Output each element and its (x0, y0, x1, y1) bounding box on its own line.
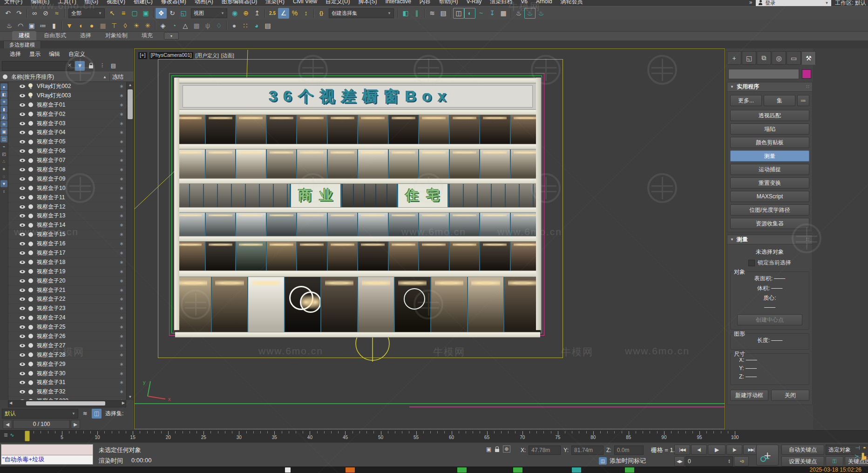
visibility-eye-icon[interactable] (20, 381, 25, 384)
frozen-toggle-icon[interactable]: ∗ (117, 305, 126, 311)
visibility-eye-icon[interactable] (20, 122, 25, 125)
bind-to-spacewarp-icon[interactable]: ≈ (51, 8, 62, 19)
horizontal-scrollbar[interactable]: ◀ ▶ (8, 400, 126, 407)
frozen-toggle-icon[interactable]: ∗ (117, 296, 126, 302)
table-row[interactable]: 视察盒子09∗ (8, 175, 126, 184)
taskbar-app-icon[interactable] (625, 467, 634, 473)
utility-button-测量[interactable]: 测量 (730, 150, 809, 162)
frame-range-indicator[interactable]: 0 / 100 (13, 420, 70, 429)
mirror-icon[interactable]: ◧ (400, 8, 411, 19)
visibility-eye-icon[interactable] (20, 344, 25, 347)
selection-lock-icon[interactable] (495, 449, 499, 452)
menu-文件F[interactable]: 文件(F) (0, 0, 27, 6)
scrollbar-thumb[interactable] (26, 401, 105, 405)
frame-spinner-icon[interactable]: ▲▼ (728, 459, 731, 464)
menu-涡轮会员[interactable]: 涡轮会员 (556, 0, 587, 6)
cage-helper-icon[interactable]: ▦ (97, 20, 108, 31)
visibility-eye-icon[interactable] (20, 94, 25, 97)
sun-light-icon[interactable]: ☀ (131, 20, 142, 31)
align-icon[interactable]: ∥ (411, 8, 422, 19)
menu-渲染归档[interactable]: 渲染归档 (486, 0, 516, 6)
viewport-camera-label[interactable]: [PhysCamera001] (149, 52, 193, 59)
viewport-label[interactable]: [+] [PhysCamera001] [用户定义] [边面] (138, 52, 234, 59)
named-selection-dropdown[interactable]: 创建选择集▼ (329, 8, 394, 18)
time-configuration-icon[interactable]: ◔⚙ (734, 456, 749, 466)
workspace-label[interactable]: 工作区: 默认 (835, 0, 866, 6)
explorer-column-header[interactable]: 名称(按升序排序) ▲ 冻结 (0, 72, 134, 82)
reference-coordinate-dropdown[interactable]: 视图▼ (191, 8, 227, 18)
visibility-eye-icon[interactable] (20, 177, 25, 181)
display-frozen-icon[interactable]: ∗ (0, 165, 7, 172)
utilities-tab[interactable]: ⚒ (801, 51, 816, 65)
schematic-view-icon[interactable]: ▦ (498, 8, 509, 19)
taskbar-app-icon[interactable] (457, 467, 467, 473)
display-cameras-icon[interactable]: ▮ (0, 106, 7, 113)
table-row[interactable]: 视察盒子07∗ (8, 156, 126, 165)
ribbon-overflow-dropdown[interactable]: ▼ (164, 32, 179, 40)
visibility-eye-icon[interactable] (20, 214, 25, 217)
arc-head-icon[interactable]: ◠ (15, 20, 26, 31)
name-column-header[interactable]: 名称(按升序排序) (11, 73, 103, 81)
menu-帮助H[interactable]: 帮助(H) (435, 0, 462, 6)
taskbar-app-icon[interactable] (572, 467, 581, 473)
visibility-eye-icon[interactable] (20, 261, 25, 264)
table-row[interactable]: 视察盒子13∗ (8, 211, 126, 221)
swirl-sphere-icon[interactable]: ◔ (169, 20, 180, 31)
table-row[interactable]: 视察盒子19∗ (8, 267, 126, 277)
angle-snap-icon[interactable]: ∠ (278, 8, 289, 19)
table-row[interactable]: 视察盒子02∗ (8, 110, 126, 119)
login-dropdown[interactable]: 登录 ▼ (756, 0, 831, 6)
next-frame-button[interactable]: |▶ (726, 445, 742, 455)
table-row[interactable]: 视察盒子06∗ (8, 147, 126, 156)
frozen-toggle-icon[interactable]: ∗ (117, 102, 126, 108)
rect-selection-region-icon[interactable]: ▢ (129, 8, 140, 19)
explorer-menu-显示[interactable]: 显示 (25, 50, 45, 58)
visibility-eye-icon[interactable] (20, 149, 25, 153)
menu-V-Ray[interactable]: V-Ray (462, 0, 486, 6)
ribbon-tab-填充[interactable]: 填充 (135, 31, 159, 41)
stand-light-icon[interactable]: ⊤ (108, 20, 120, 31)
tower-helper-icon[interactable]: △ (180, 20, 191, 31)
column-chooser-icon[interactable] (3, 74, 7, 79)
table-row[interactable]: 视察盒子05∗ (8, 137, 126, 147)
ribbon-tab-自由形式[interactable]: 自由形式 (37, 31, 73, 41)
frozen-toggle-icon[interactable]: ∗ (117, 269, 126, 275)
visibility-eye-icon[interactable] (20, 297, 25, 301)
menu-动画A[interactable]: 动画(A) (190, 0, 217, 6)
display-particles-icon[interactable]: ∴ (0, 158, 7, 165)
visibility-eye-icon[interactable] (20, 159, 25, 162)
sphere-light-icon[interactable]: ● (86, 20, 97, 31)
vertical-scrollbar[interactable]: ▲ ▼ (126, 82, 134, 400)
ribbon-tab-建模[interactable]: 建模 (12, 31, 36, 41)
visibility-eye-icon[interactable] (20, 168, 25, 171)
table-row[interactable]: 视察盒子12∗ (8, 203, 126, 212)
frozen-toggle-icon[interactable]: ∗ (117, 176, 126, 182)
lock-selection-checkbox[interactable] (748, 260, 755, 266)
render-setup-icon[interactable]: ♨ (513, 8, 524, 19)
frozen-toggle-icon[interactable]: ∗ (117, 278, 126, 284)
utility-button-MAXScript[interactable]: MAXScript (730, 191, 809, 202)
state-sets-icon[interactable]: ▣ (26, 20, 37, 31)
snaps-toggle-icon[interactable]: 2.5 (267, 8, 278, 19)
measure-rollout-header[interactable]: ▼ 测量 ∷ (727, 235, 812, 244)
track-view-icon[interactable]: ↧ (487, 8, 498, 19)
object-color-swatch[interactable] (802, 69, 811, 79)
frozen-toggle-icon[interactable]: ∗ (117, 371, 126, 377)
menu-组G[interactable]: 组(G) (81, 0, 102, 6)
explorer-menu-自定义[interactable]: 自定义 (64, 50, 89, 58)
frozen-toggle-icon[interactable]: ∗ (117, 121, 126, 127)
grass-icon[interactable]: ψ (202, 20, 213, 31)
palette-icon[interactable]: ◕ (251, 20, 262, 31)
hierarchy-view-icon[interactable]: ⫶ (97, 61, 107, 71)
table-row[interactable]: 视察盒子23∗ (8, 304, 126, 313)
frozen-toggle-icon[interactable]: ∗ (117, 389, 126, 395)
menu-内容[interactable]: 内容 (415, 0, 435, 6)
sky-light-icon[interactable]: ✳ (142, 20, 153, 31)
isolate-selection-icon[interactable]: ▣ (486, 446, 491, 453)
utilities-rollout-header[interactable]: ▼ 实用程序 ∷ (727, 82, 812, 92)
layer-manager-icon[interactable]: ≋ (427, 8, 438, 19)
visibility-eye-icon[interactable] (20, 353, 25, 357)
gray-sphere-icon[interactable]: ● (229, 20, 240, 31)
visibility-eye-icon[interactable] (20, 335, 25, 338)
layer-view-icon[interactable]: ▤ (108, 61, 118, 71)
